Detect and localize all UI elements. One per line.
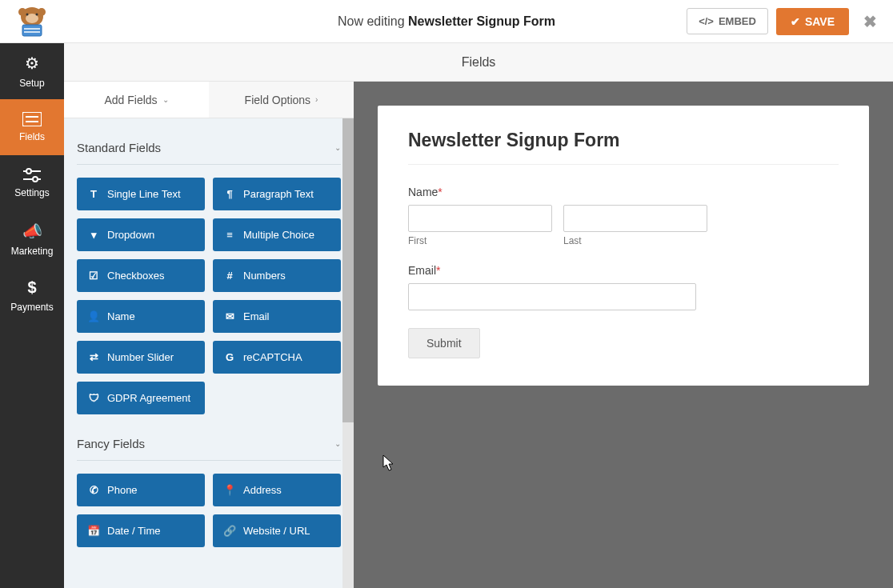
section-fancy-fields[interactable]: Fancy Fields ⌄ <box>77 414 341 461</box>
section-standard-fields[interactable]: Standard Fields ⌄ <box>77 118 341 165</box>
required-indicator: * <box>436 264 440 277</box>
svg-point-1 <box>18 8 26 16</box>
paragraph-icon: ¶ <box>224 188 235 200</box>
link-icon: 🔗 <box>224 525 235 537</box>
chevron-right-icon: › <box>315 95 318 104</box>
required-indicator: * <box>438 186 442 198</box>
envelope-icon: ✉ <box>224 310 235 322</box>
list-icon <box>22 112 42 126</box>
svg-point-2 <box>38 8 46 16</box>
editing-label: Now editing Newsletter Signup Form <box>338 14 555 29</box>
close-icon[interactable]: ✖ <box>857 12 883 31</box>
nav-label: Setup <box>19 78 44 89</box>
field-website-url[interactable]: 🔗Website / URL <box>213 514 341 547</box>
nav-label: Settings <box>14 187 49 198</box>
scrollbar-thumb[interactable] <box>342 118 354 422</box>
phone-icon: ✆ <box>88 484 99 496</box>
nav-marketing[interactable]: 📣 Marketing <box>0 211 64 267</box>
first-sublabel: First <box>408 235 552 246</box>
field-date-time[interactable]: 📅Date / Time <box>77 514 205 547</box>
field-email[interactable]: ✉Email <box>213 300 341 333</box>
nav-label: Fields <box>19 131 45 142</box>
svg-rect-9 <box>22 112 42 126</box>
form-title: Newsletter Signup Form <box>408 130 839 151</box>
list-icon: ≡ <box>224 229 235 241</box>
field-multiple-choice[interactable]: ≡Multiple Choice <box>213 218 341 251</box>
svg-point-5 <box>36 13 38 15</box>
chevron-down-icon: ⌄ <box>334 143 341 152</box>
nav-label: Payments <box>10 302 53 313</box>
recaptcha-icon: G <box>224 351 235 363</box>
save-button[interactable]: ✔ SAVE <box>776 8 849 35</box>
divider <box>408 164 839 165</box>
pin-icon: 📍 <box>224 484 235 496</box>
email-label: Email* <box>408 264 839 277</box>
email-input[interactable] <box>408 283 696 310</box>
form-card: Newsletter Signup Form Name* First Last <box>378 106 869 386</box>
gear-icon: ⚙ <box>25 54 39 73</box>
field-numbers[interactable]: #Numbers <box>213 259 341 292</box>
field-gdpr-agreement[interactable]: 🛡GDPR Agreement <box>77 382 205 414</box>
checkbox-icon: ☑ <box>88 270 99 282</box>
slider-icon: ⇄ <box>88 351 99 363</box>
name-label: Name* <box>408 186 839 198</box>
embed-button[interactable]: </> EMBED <box>687 8 768 34</box>
field-checkboxes[interactable]: ☑Checkboxes <box>77 259 205 292</box>
nav-fields[interactable]: Fields <box>0 99 64 155</box>
nav-payments[interactable]: $ Payments <box>0 267 64 323</box>
field-phone[interactable]: ✆Phone <box>77 474 205 506</box>
user-icon: 👤 <box>88 310 99 322</box>
dollar-icon: $ <box>27 278 36 297</box>
last-sublabel: Last <box>563 235 707 246</box>
subheader-title: Fields <box>64 43 893 82</box>
nav-settings[interactable]: Settings <box>0 155 64 211</box>
last-name-input[interactable] <box>563 205 707 232</box>
svg-point-13 <box>26 169 31 174</box>
code-icon: </> <box>699 15 714 27</box>
field-number-slider[interactable]: ⇄Number Slider <box>77 341 205 374</box>
form-field-email[interactable]: Email* <box>408 264 839 310</box>
shield-icon: 🛡 <box>88 392 99 404</box>
sliders-icon <box>23 168 41 182</box>
submit-button[interactable]: Submit <box>408 328 480 358</box>
svg-point-4 <box>26 13 29 15</box>
chevron-down-icon: ⌄ <box>334 439 341 448</box>
text-icon: T <box>88 188 99 200</box>
chevron-down-icon: ⌄ <box>162 95 169 104</box>
field-dropdown[interactable]: ▾Dropdown <box>77 218 205 251</box>
first-name-input[interactable] <box>408 205 552 232</box>
form-field-name[interactable]: Name* First Last <box>408 186 839 246</box>
logo-icon <box>13 6 51 38</box>
hash-icon: # <box>224 270 235 282</box>
field-paragraph-text[interactable]: ¶Paragraph Text <box>213 178 341 210</box>
field-single-line-text[interactable]: TSingle Line Text <box>77 178 205 210</box>
tab-add-fields[interactable]: Add Fields ⌄ <box>64 82 209 118</box>
field-name[interactable]: 👤Name <box>77 300 205 333</box>
bullhorn-icon: 📣 <box>22 222 42 241</box>
calendar-icon: 📅 <box>88 525 99 537</box>
dropdown-icon: ▾ <box>88 229 99 241</box>
nav-setup[interactable]: ⚙ Setup <box>0 43 64 99</box>
field-recaptcha[interactable]: GreCAPTCHA <box>213 341 341 374</box>
nav-label: Marketing <box>11 246 54 257</box>
tab-field-options[interactable]: Field Options › <box>209 82 354 118</box>
svg-point-15 <box>33 177 38 182</box>
check-icon: ✔ <box>791 15 800 28</box>
form-preview-area[interactable]: Newsletter Signup Form Name* First Last <box>354 82 893 588</box>
field-address[interactable]: 📍Address <box>213 474 341 506</box>
app-logo[interactable] <box>0 0 64 42</box>
svg-rect-6 <box>22 25 42 36</box>
